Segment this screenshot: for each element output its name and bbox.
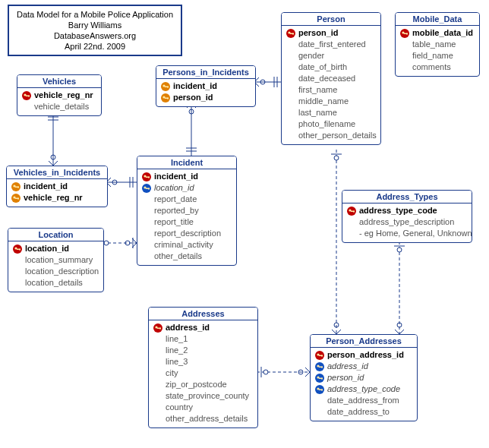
attribute-row: country bbox=[152, 402, 254, 413]
attribute-name: middle_name bbox=[298, 96, 349, 107]
no-key-icon bbox=[152, 334, 164, 345]
svg-point-21 bbox=[260, 80, 265, 84]
attribute-name: incident_id bbox=[173, 80, 217, 92]
entity-body: address_idline_1line_2line_3cityzip_or_p… bbox=[149, 320, 257, 427]
pf-key-icon bbox=[159, 81, 172, 92]
no-key-icon bbox=[11, 255, 24, 266]
attribute-name: location_details bbox=[25, 277, 83, 289]
attribute-row: zip_or_postcode bbox=[152, 379, 254, 390]
fk-key-icon bbox=[140, 183, 153, 194]
no-key-icon bbox=[140, 194, 153, 205]
attribute-row: state_province_county bbox=[152, 390, 254, 402]
attribute-row: location_description bbox=[11, 266, 100, 277]
attribute-name: date_address_to bbox=[327, 406, 390, 418]
entity-body: incident_idlocation_idreport_datereporte… bbox=[137, 169, 236, 265]
attribute-name: city bbox=[166, 368, 178, 379]
attribute-row: other_details bbox=[140, 251, 233, 262]
no-key-icon bbox=[285, 51, 297, 62]
pk-key-icon bbox=[11, 244, 24, 254]
entity-persons-in-incidents: Persons_in_Incidents incident_idperson_i… bbox=[156, 65, 256, 107]
attribute-row: address_type_description bbox=[345, 216, 468, 228]
attribute-name: date_of_birth bbox=[298, 62, 347, 73]
no-key-icon bbox=[152, 402, 164, 413]
attribute-row: person_id bbox=[285, 27, 377, 39]
attribute-row: report_date bbox=[140, 194, 233, 205]
entity-title: Addresses bbox=[149, 308, 257, 320]
attribute-row: field_name bbox=[399, 50, 476, 62]
entity-title: Incident bbox=[137, 156, 236, 169]
attribute-row: other_person_details bbox=[285, 130, 377, 141]
attribute-name: line_3 bbox=[166, 356, 188, 368]
entity-title: Person bbox=[282, 13, 380, 26]
attribute-row: incident_id bbox=[159, 80, 252, 92]
attribute-name: vehicle_reg_nr bbox=[34, 90, 93, 101]
attribute-name: location_id bbox=[154, 182, 194, 194]
svg-point-33 bbox=[334, 323, 339, 327]
attribute-name: report_date bbox=[154, 194, 197, 205]
svg-rect-75 bbox=[149, 176, 150, 178]
attribute-row: comments bbox=[399, 62, 476, 73]
attribute-name: address_type_description bbox=[359, 216, 454, 228]
attribute-row: location_details bbox=[11, 277, 100, 289]
attribute-row: date_address_to bbox=[314, 406, 414, 418]
attribute-name: person_id bbox=[298, 27, 339, 39]
attribute-row: date_address_from bbox=[314, 395, 414, 406]
attribute-name: zip_or_postcode bbox=[166, 379, 227, 390]
fk-key-icon bbox=[314, 361, 326, 372]
svg-rect-95 bbox=[160, 327, 161, 330]
attribute-name: - eg Home, General, Unknown bbox=[359, 228, 472, 239]
attribute-row: vehicle_reg_nr bbox=[21, 90, 98, 101]
attribute-name: state_province_county bbox=[166, 390, 249, 402]
no-key-icon bbox=[285, 74, 297, 84]
entity-body: incident_idvehicle_reg_nr bbox=[7, 179, 107, 207]
no-key-icon bbox=[285, 85, 297, 96]
entity-incident: Incident incident_idlocation_idreport_da… bbox=[137, 156, 237, 266]
entity-person-addresses: Person_Addresses person_address_idaddres… bbox=[310, 334, 418, 421]
attribute-row: first_name bbox=[285, 84, 377, 96]
svg-rect-111 bbox=[322, 389, 323, 391]
attribute-name: address_id bbox=[327, 361, 368, 372]
attribute-name: address_type_code bbox=[327, 383, 400, 395]
pf-key-icon bbox=[159, 93, 172, 103]
attribute-row: table_name bbox=[399, 39, 476, 50]
entity-location: Location location_idlocation_summaryloca… bbox=[8, 228, 104, 292]
entity-title: Person_Addresses bbox=[311, 335, 417, 348]
attribute-name: report_description bbox=[154, 228, 221, 239]
entity-title: Vehicles bbox=[17, 75, 101, 88]
no-key-icon bbox=[152, 380, 164, 390]
entity-vehicles-in-incidents: Vehicles_in_Incidents incident_idvehicle… bbox=[6, 166, 108, 207]
attribute-row: - eg Home, General, Unknown bbox=[345, 228, 468, 239]
attribute-row: address_id bbox=[152, 322, 254, 333]
svg-point-35 bbox=[334, 156, 339, 160]
attribute-row: incident_id bbox=[140, 171, 233, 182]
attribute-name: location_summary bbox=[25, 254, 93, 266]
attribute-name: table_name bbox=[412, 39, 456, 50]
no-key-icon bbox=[11, 278, 24, 289]
no-key-icon bbox=[140, 251, 153, 262]
no-key-icon bbox=[285, 62, 297, 73]
attribute-name: location_id bbox=[25, 243, 69, 254]
svg-rect-83 bbox=[293, 33, 294, 35]
attribute-name: field_name bbox=[412, 50, 453, 62]
attribute-name: vehicle_details bbox=[34, 101, 89, 112]
attribute-name: gender bbox=[298, 50, 324, 62]
entity-title: Address_Types bbox=[342, 191, 472, 203]
svg-rect-55 bbox=[18, 186, 19, 188]
attribute-row: person_id bbox=[314, 372, 414, 383]
pk-key-icon bbox=[399, 28, 411, 39]
entity-body: location_idlocation_summarylocation_desc… bbox=[8, 241, 103, 292]
no-key-icon bbox=[152, 357, 164, 368]
pk-key-icon bbox=[314, 350, 326, 361]
attribute-name: other_address_details bbox=[166, 413, 248, 424]
svg-rect-59 bbox=[18, 197, 19, 200]
no-key-icon bbox=[314, 396, 326, 406]
fk-key-icon bbox=[314, 384, 326, 395]
info-line: Data Model for a Mobile Police Applicati… bbox=[15, 9, 175, 20]
no-key-icon bbox=[285, 96, 297, 107]
attribute-row: photo_filename bbox=[285, 118, 377, 130]
attribute-row: report_description bbox=[140, 228, 233, 239]
attribute-name: criminal_activity bbox=[154, 239, 213, 251]
svg-rect-99 bbox=[322, 355, 323, 357]
attribute-name: line_2 bbox=[166, 345, 188, 356]
attribute-row: incident_id bbox=[10, 181, 104, 192]
